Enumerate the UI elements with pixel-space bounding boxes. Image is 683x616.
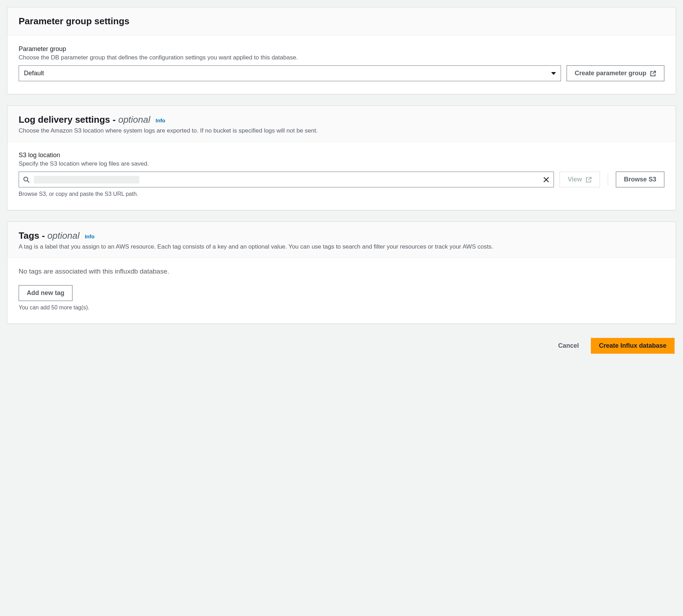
s3-location-desc: Specify the S3 location where log files … — [19, 160, 664, 167]
panel-header: Tags - optional Info A tag is a label th… — [7, 222, 676, 258]
s3-location-input-wrapper — [19, 172, 554, 187]
footer-actions: Cancel Create Influx database — [7, 335, 676, 357]
panel-title-parameter-group: Parameter group settings — [19, 16, 664, 27]
info-link-log-delivery[interactable]: Info — [155, 117, 165, 123]
s3-location-value-redacted — [34, 176, 139, 184]
browse-s3-label: Browse S3 — [624, 176, 656, 183]
parameter-group-panel: Parameter group settings Parameter group… — [7, 7, 676, 94]
add-new-tag-label: Add new tag — [27, 289, 64, 297]
panel-body: S3 log location Specify the S3 location … — [7, 142, 676, 210]
tags-empty-message: No tags are associated with this influxd… — [19, 268, 664, 275]
view-button-label: View — [568, 176, 582, 183]
tags-limit-message: You can add 50 more tag(s). — [19, 304, 664, 311]
parameter-group-select[interactable]: Default — [19, 65, 561, 81]
parameter-group-label: Parameter group — [19, 45, 664, 53]
create-database-label: Create Influx database — [599, 342, 666, 349]
external-link-icon — [586, 177, 592, 183]
parameter-group-selected-value: Default — [24, 70, 44, 77]
s3-location-row: View Browse S3 — [19, 172, 664, 187]
panel-title-tags: Tags - optional Info — [19, 230, 664, 241]
s3-location-hint: Browse S3, or copy and paste the S3 URL … — [19, 191, 664, 197]
panel-header: Log delivery settings - optional Info Ch… — [7, 106, 676, 142]
log-delivery-title-text: Log delivery settings - — [19, 114, 118, 125]
optional-label: optional — [47, 230, 79, 241]
tags-title-text: Tags - — [19, 230, 47, 241]
optional-label: optional — [118, 114, 150, 125]
svg-point-0 — [24, 177, 28, 181]
browse-s3-button[interactable]: Browse S3 — [616, 172, 664, 187]
panel-header: Parameter group settings — [7, 7, 676, 36]
tags-desc: A tag is a label that you assign to an A… — [19, 243, 664, 250]
clear-input-icon[interactable] — [543, 177, 549, 183]
panel-title-log-delivery: Log delivery settings - optional Info — [19, 114, 664, 125]
add-new-tag-button[interactable]: Add new tag — [19, 285, 72, 301]
s3-location-label: S3 log location — [19, 152, 664, 159]
parameter-group-select-wrapper: Default — [19, 65, 561, 81]
panel-body: No tags are associated with this influxd… — [7, 258, 676, 323]
tags-panel: Tags - optional Info A tag is a label th… — [7, 222, 676, 324]
parameter-group-desc: Choose the DB parameter group that defin… — [19, 54, 664, 61]
view-s3-button: View — [560, 172, 600, 187]
log-delivery-panel: Log delivery settings - optional Info Ch… — [7, 105, 676, 210]
create-parameter-group-label: Create parameter group — [575, 70, 646, 77]
info-link-tags[interactable]: Info — [85, 233, 95, 239]
create-influx-database-button[interactable]: Create Influx database — [591, 338, 675, 354]
parameter-group-row: Default Create parameter group — [19, 65, 664, 81]
vertical-divider — [608, 173, 608, 186]
search-icon — [23, 177, 30, 183]
cancel-button[interactable]: Cancel — [553, 339, 585, 353]
create-parameter-group-button[interactable]: Create parameter group — [567, 65, 664, 81]
log-delivery-desc: Choose the Amazon S3 location where syst… — [19, 127, 664, 134]
panel-body: Parameter group Choose the DB parameter … — [7, 36, 676, 94]
external-link-icon — [650, 70, 656, 77]
